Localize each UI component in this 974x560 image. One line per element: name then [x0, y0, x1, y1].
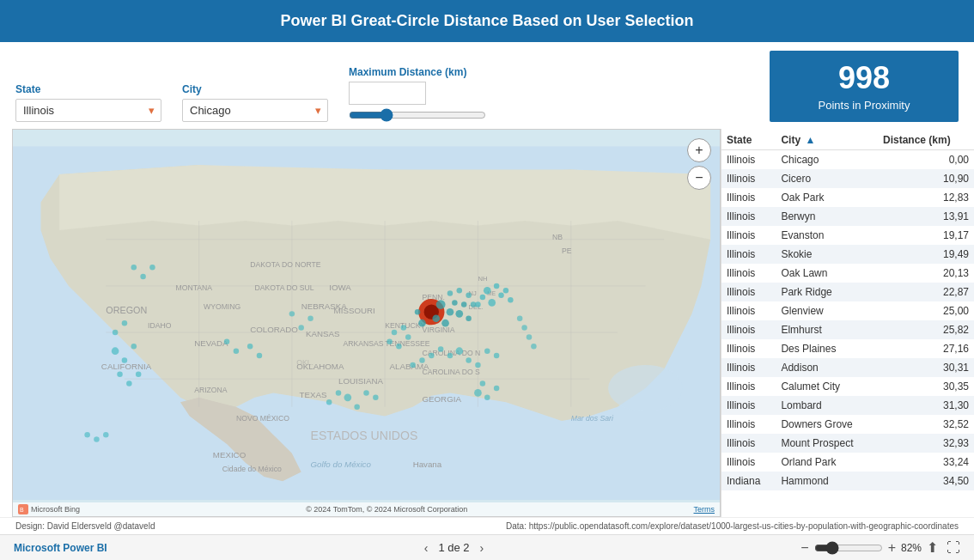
state-select-wrapper[interactable]: Illinois Indiana Ohio Michigan Wisconsin [15, 99, 161, 122]
city-cell: Des Plaines [776, 339, 878, 358]
points-number: 998 [790, 61, 938, 95]
page-indicator: 1 de 2 [438, 541, 469, 554]
svg-point-112 [149, 265, 155, 270]
state-cell: Illinois [721, 339, 776, 358]
sort-arrow: ▲ [805, 134, 815, 146]
zoom-out-page-button[interactable]: − [801, 540, 808, 556]
col-city[interactable]: City ▲ [776, 129, 878, 150]
city-cell: Berwyn [776, 207, 878, 226]
svg-point-120 [289, 311, 295, 316]
table-row[interactable]: IllinoisChicago0,00 [721, 149, 974, 169]
svg-point-110 [131, 265, 137, 270]
city-cell: Cicero [776, 169, 878, 188]
table-row[interactable]: IllinoisCalumet City30,35 [721, 377, 974, 396]
col-distance[interactable]: Distance (km) [878, 129, 974, 150]
svg-point-85 [475, 362, 480, 367]
table-row[interactable]: IllinoisOak Lawn20,13 [721, 264, 974, 283]
svg-point-60 [488, 299, 496, 307]
distance-slider-container [349, 108, 486, 122]
prev-page-button[interactable]: ‹ [421, 541, 432, 555]
svg-point-127 [387, 338, 392, 344]
svg-point-65 [432, 314, 440, 322]
svg-text:Mar dos Sari: Mar dos Sari [571, 414, 614, 423]
col-state[interactable]: State [721, 129, 776, 150]
svg-point-124 [401, 325, 406, 330]
svg-point-107 [234, 348, 239, 353]
state-select[interactable]: Illinois Indiana Ohio Michigan Wisconsin [15, 99, 161, 122]
svg-point-105 [480, 380, 485, 386]
distance-cell: 33,24 [878, 453, 974, 472]
state-cell: Illinois [721, 320, 776, 339]
city-select-wrapper[interactable]: Chicago Cicero Oak Park Berwyn Evanston [182, 99, 328, 122]
svg-point-78 [455, 347, 463, 355]
svg-text:NEVADA: NEVADA [194, 338, 228, 348]
table-row[interactable]: IllinoisPark Ridge22,87 [721, 283, 974, 301]
table-row[interactable]: IllinoisMount Prospect32,93 [721, 434, 974, 453]
svg-point-109 [257, 352, 262, 357]
state-cell: Illinois [721, 301, 776, 320]
svg-point-93 [373, 394, 378, 399]
table-row[interactable]: IllinoisElmhurst25,82 [721, 320, 974, 339]
fullscreen-button[interactable]: ⛶ [947, 539, 960, 556]
table-row[interactable]: IllinoisOak Park12,83 [721, 188, 974, 207]
svg-point-111 [140, 273, 145, 278]
svg-point-86 [484, 348, 490, 353]
state-cell: Illinois [721, 434, 776, 453]
distance-cell: 31,30 [878, 396, 974, 415]
distance-cell: 0,00 [878, 149, 974, 169]
table-row[interactable]: IllinoisGlenview25,00 [721, 301, 974, 320]
svg-point-91 [336, 390, 341, 395]
zoom-in-page-button[interactable]: + [888, 540, 896, 556]
city-cell: Evanston [776, 226, 878, 245]
city-cell: Oak Park [776, 188, 878, 207]
distance-cell: 34,50 [878, 472, 974, 490]
state-cell: Illinois [721, 358, 776, 377]
distance-input[interactable]: 5000 [349, 82, 426, 105]
table-row[interactable]: IllinoisAddison30,31 [721, 358, 974, 377]
svg-point-92 [326, 399, 332, 405]
table-row[interactable]: IllinoisLombard31,30 [721, 396, 974, 415]
city-cell: Glenview [776, 301, 878, 320]
points-label: Points in Proximity [790, 99, 938, 112]
table-row[interactable]: IllinoisDes Plaines27,16 [721, 339, 974, 358]
distance-cell: 32,52 [878, 415, 974, 434]
terms-link[interactable]: Terms [694, 505, 715, 514]
city-cell: Addison [776, 358, 878, 377]
map-container[interactable]: OREGON CALIFORNIA IDAHO MONTANA WYOMING … [12, 129, 721, 517]
svg-text:NOVO MÉXICO: NOVO MÉXICO [236, 414, 289, 423]
powerbi-link[interactable]: Microsoft Power BI [14, 542, 107, 554]
svg-point-88 [344, 393, 352, 401]
table-row[interactable]: IllinoisCicero10,90 [721, 169, 974, 188]
zoom-out-button[interactable]: − [687, 166, 711, 190]
svg-point-108 [247, 344, 253, 349]
table-row[interactable]: IllinoisBerwyn13,91 [721, 207, 974, 226]
svg-text:COLORADO: COLORADO [250, 325, 298, 334]
zoom-in-button[interactable]: + [687, 138, 711, 162]
next-page-button[interactable]: › [477, 541, 488, 555]
svg-point-98 [126, 380, 131, 386]
table-row[interactable]: IllinoisSkokie19,49 [721, 245, 974, 264]
city-select[interactable]: Chicago Cicero Oak Park Berwyn Evanston [182, 99, 328, 122]
table-row[interactable]: IllinoisOrland Park33,24 [721, 453, 974, 472]
svg-point-121 [298, 325, 303, 330]
svg-text:NB: NB [552, 232, 563, 240]
svg-point-62 [508, 296, 513, 301]
zoom-slider[interactable] [814, 541, 883, 555]
state-cell: Illinois [721, 264, 776, 283]
table-row[interactable]: IllinoisEvanston19,17 [721, 226, 974, 245]
bottom-bar: Microsoft Power BI ‹ 1 de 2 › − + 82% ⬆ … [0, 534, 974, 560]
table-row[interactable]: IllinoisDowners Grove32,52 [721, 415, 974, 434]
distance-cell: 27,16 [878, 339, 974, 358]
svg-point-61 [503, 288, 508, 293]
svg-point-59 [480, 294, 485, 299]
city-cell: Orland Park [776, 453, 878, 472]
table-row[interactable]: IndianaHammond34,50 [721, 472, 974, 490]
state-cell: Illinois [721, 283, 776, 301]
share-button[interactable]: ⬆ [927, 539, 938, 556]
svg-point-76 [466, 292, 471, 297]
svg-point-123 [392, 329, 397, 334]
distance-slider[interactable] [349, 108, 486, 122]
svg-text:IOWA: IOWA [329, 283, 351, 292]
svg-text:OREGON: OREGON [106, 305, 147, 315]
state-cell: Illinois [721, 207, 776, 226]
